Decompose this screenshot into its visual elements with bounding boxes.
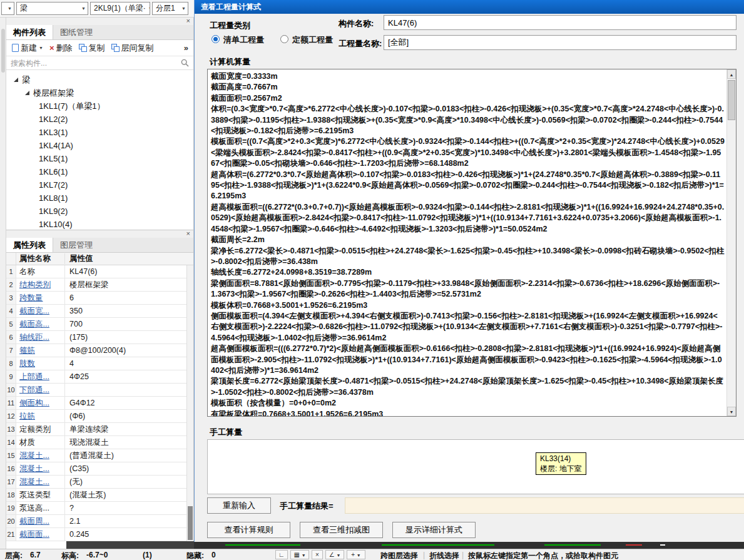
cancel-icon[interactable]: × bbox=[312, 550, 323, 559]
property-value[interactable]: 700 bbox=[65, 318, 193, 330]
property-value[interactable]: 4 bbox=[65, 357, 193, 370]
property-name[interactable]: 混凝土... bbox=[16, 462, 65, 475]
property-value[interactable]: 6 bbox=[65, 292, 193, 304]
scroll-down-icon[interactable]: ▼ bbox=[727, 407, 736, 416]
close-icon[interactable]: × bbox=[186, 230, 190, 237]
table-row[interactable]: 20截面周...2.1 bbox=[6, 515, 193, 528]
property-name[interactable]: 结构类别 bbox=[16, 278, 65, 291]
element-type-combo[interactable]: 梁▼ bbox=[16, 2, 88, 15]
property-value[interactable]: (无) bbox=[65, 476, 193, 488]
dialog-title-bar[interactable]: 查看工程量计算式 bbox=[195, 0, 744, 14]
table-row[interactable]: 13定额类别单梁连续梁 bbox=[6, 423, 193, 436]
radio-quota-quantity[interactable] bbox=[280, 35, 288, 43]
table-row[interactable]: 12拉筋(Φ6) bbox=[6, 410, 193, 423]
panel-collapse-handle[interactable] bbox=[1, 29, 5, 73]
element-name-combo[interactable]: 2KL9(1)（单梁·▼ bbox=[90, 2, 150, 15]
tree-item[interactable]: 1KL4(1A) bbox=[6, 139, 193, 152]
property-value[interactable]: 0.245 bbox=[65, 528, 193, 541]
property-name[interactable]: 混凝土... bbox=[16, 476, 65, 488]
table-row[interactable]: 3跨数量6 bbox=[6, 292, 193, 305]
tree-node-floor-frame-beam[interactable]: 楼层框架梁 bbox=[6, 86, 193, 99]
angle-icon[interactable]: ∠ ▼ bbox=[325, 550, 344, 559]
property-value[interactable]: 2.1 bbox=[65, 515, 193, 527]
tree-node-beam[interactable]: 梁 bbox=[6, 73, 193, 86]
tree-item[interactable]: 1KL2(2) bbox=[6, 113, 193, 126]
tree-item[interactable]: 1KL10(4) bbox=[6, 218, 193, 231]
table-row[interactable]: 4截面宽...350 bbox=[6, 305, 193, 318]
property-value[interactable]: (C35) bbox=[65, 462, 193, 475]
property-value[interactable]: 单梁连续梁 bbox=[65, 423, 193, 435]
property-value[interactable]: (175) bbox=[65, 331, 193, 344]
component-name-input[interactable] bbox=[384, 15, 736, 30]
property-name[interactable]: 轴线距... bbox=[16, 331, 65, 344]
toolbar-combo-collapsed[interactable]: ▼ bbox=[1, 2, 14, 15]
property-name[interactable]: 下部通... bbox=[16, 384, 65, 396]
manual-result-field[interactable] bbox=[345, 497, 744, 514]
property-name[interactable]: 截面宽... bbox=[16, 305, 65, 317]
table-row[interactable]: 1名称KL47(6) bbox=[6, 265, 193, 278]
tree-item[interactable]: 1KL9(2) bbox=[6, 205, 193, 218]
floor-copy-button[interactable]: 层间复制 bbox=[108, 41, 157, 55]
property-name[interactable]: 侧面构... bbox=[16, 397, 65, 409]
property-name[interactable]: 拉筋 bbox=[16, 410, 65, 422]
scrollbar-thumb[interactable] bbox=[188, 506, 193, 540]
scrollbar-thumb[interactable] bbox=[728, 80, 735, 120]
calculation-box[interactable]: 截面宽度=0.3333m 截面高度=0.7667m 截面面积=0.2567m2 … bbox=[207, 69, 736, 417]
table-row[interactable]: 5截面高...700 bbox=[6, 318, 193, 331]
table-row[interactable]: 14材质现浇混凝土 bbox=[6, 436, 193, 449]
manual-quantity-box[interactable] bbox=[207, 439, 744, 494]
property-name[interactable]: 肢数 bbox=[16, 357, 65, 370]
table-row[interactable]: 17混凝土...(无) bbox=[6, 476, 193, 489]
property-name[interactable]: 跨数量 bbox=[16, 292, 65, 304]
property-value[interactable]: (普通混凝土) bbox=[65, 449, 193, 462]
polyline-select-button[interactable]: 折线选择 bbox=[429, 551, 459, 560]
property-name[interactable]: 截面高... bbox=[16, 318, 65, 330]
property-name[interactable]: 上部通... bbox=[16, 370, 65, 383]
layer-combo[interactable]: 分层1▼ bbox=[152, 2, 188, 15]
tree-item[interactable]: 1KL8(1) bbox=[6, 191, 193, 205]
property-value[interactable]: 4Φ25 bbox=[65, 370, 193, 383]
tree-expanded-icon[interactable] bbox=[14, 78, 18, 82]
radio-list-quantity[interactable] bbox=[211, 35, 220, 43]
property-value[interactable]: ? bbox=[65, 502, 193, 514]
tab-drawing-management[interactable]: 图纸管理 bbox=[53, 25, 99, 39]
view-calc-rules-button[interactable]: 查看计算规则 bbox=[207, 522, 290, 538]
radio-list-quantity-label[interactable]: 清单工程量 bbox=[223, 34, 264, 46]
property-value[interactable]: G4Φ12 bbox=[65, 397, 193, 409]
tree-item[interactable]: 1KL5(1) bbox=[6, 152, 193, 165]
close-icon[interactable]: × bbox=[186, 17, 190, 24]
search-icon[interactable] bbox=[181, 59, 189, 67]
property-name[interactable]: 混凝土... bbox=[16, 449, 65, 462]
cross-layer-select-button[interactable]: 跨图层选择 bbox=[380, 551, 418, 560]
property-value[interactable]: (Φ6) bbox=[65, 410, 193, 422]
table-row[interactable]: 19泵送高...? bbox=[6, 502, 193, 515]
table-row[interactable]: 2结构类别楼层框架梁 bbox=[6, 278, 193, 292]
new-button[interactable]: 新建▼ bbox=[9, 41, 46, 55]
radio-quota-quantity-label[interactable]: 定额工程量 bbox=[292, 34, 333, 46]
tree-item[interactable]: 1KL3(1) bbox=[6, 126, 193, 139]
delete-button[interactable]: ×删除 bbox=[46, 41, 76, 55]
property-value[interactable] bbox=[65, 384, 193, 396]
tree-item[interactable]: 1KL6(1) bbox=[6, 165, 193, 178]
table-row[interactable]: 10下部通... bbox=[6, 384, 193, 397]
copy-button[interactable]: 复制 bbox=[76, 41, 108, 55]
scroll-up-icon[interactable]: ▲ bbox=[727, 69, 736, 79]
property-value[interactable]: (混凝土泵) bbox=[65, 489, 193, 501]
table-row[interactable]: 21截面面...0.245 bbox=[6, 528, 193, 541]
property-name[interactable]: 截面面... bbox=[16, 528, 65, 541]
plus-icon[interactable]: + ▼ bbox=[347, 550, 365, 559]
table-row[interactable]: 7箍筋Φ8@100/200(4) bbox=[6, 344, 193, 357]
reinput-button[interactable]: 重新输入 bbox=[207, 497, 271, 514]
quantity-name-input[interactable] bbox=[384, 35, 736, 50]
table-row[interactable]: 9上部通...4Φ25 bbox=[6, 370, 193, 384]
table-row[interactable]: 6轴线距...(175) bbox=[6, 331, 193, 344]
table-row[interactable]: 18泵送类型(混凝土泵) bbox=[6, 489, 193, 502]
property-name[interactable]: 箍筋 bbox=[16, 344, 65, 357]
show-detailed-calc-button[interactable]: 显示详细计算式 bbox=[392, 522, 476, 538]
property-name[interactable]: 截面周... bbox=[16, 515, 65, 527]
tree-expanded-icon[interactable] bbox=[25, 91, 29, 95]
property-value[interactable]: 楼层框架梁 bbox=[65, 278, 193, 291]
tab-layer-management[interactable]: 图层管理 bbox=[53, 238, 99, 252]
tree-item[interactable]: 1KL7(2) bbox=[6, 178, 193, 191]
table-row[interactable]: 15混凝土...(普通混凝土) bbox=[6, 449, 193, 462]
